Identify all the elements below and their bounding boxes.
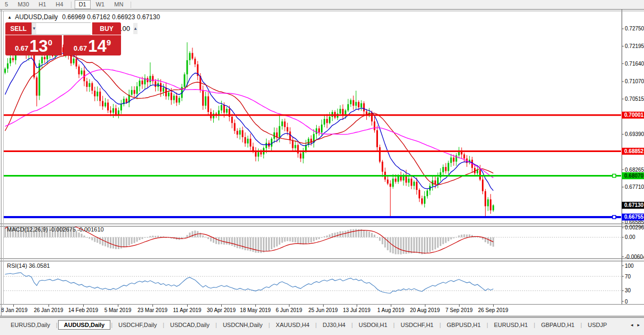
date-label: 25 Jun 2019 (308, 307, 337, 313)
tab-separator: | (268, 322, 270, 328)
timeframe-button-H1[interactable]: H1 (35, 0, 51, 9)
sell-button[interactable]: SELL (5, 22, 31, 35)
hline-handle[interactable] (613, 174, 616, 178)
symbol-name: AUDUSD,Daily (15, 13, 58, 21)
date-label: 14 Feb 2019 (68, 307, 99, 313)
tab-USDCHF-Daily[interactable]: USDCHF,Daily (113, 320, 162, 330)
sell-price[interactable]: 0.67130 (5, 35, 62, 55)
price-tick-label: 0.70515 (625, 96, 644, 102)
buy-price[interactable]: 0.67149 (63, 35, 121, 55)
tab-separator: | (215, 322, 217, 328)
buy-price-pip: 9 (107, 38, 111, 47)
tab-USDJP[interactable]: USDJP (583, 320, 613, 330)
tab-separator: | (163, 322, 164, 328)
tabs-scroll-left-icon[interactable]: ◂ (631, 322, 633, 328)
buy-price-big: 14 (88, 38, 106, 54)
rsi-tick-label: 30 (625, 288, 631, 293)
macd-tick-label: 0.002968 (625, 225, 644, 230)
trading-terminal: 5M30H1H4D1W1MN 0.727500.721950.716400.71… (0, 0, 644, 335)
tab-GBPAUD-H1[interactable]: GBPAUD,H1 (536, 320, 580, 330)
sell-price-prefix: 0.67 (15, 44, 28, 52)
date-label: 7 Sep 2019 (445, 307, 473, 313)
price-tick-label: 0.71070 (625, 78, 644, 84)
date-label: 20 Aug 2019 (410, 307, 440, 313)
hline-badge-0.68070-text: 0.68070 (624, 173, 644, 179)
timeframe-button-5[interactable]: 5 (1, 0, 12, 9)
tab-separator: | (56, 322, 58, 328)
tab-separator: | (581, 322, 582, 328)
buy-button[interactable]: BUY (92, 22, 121, 35)
tab-DJ30-H4[interactable]: DJ30,H4 (317, 320, 351, 330)
volume-increase-icon[interactable]: ▲ (133, 23, 138, 34)
tab-separator: | (534, 322, 535, 328)
volume-stepper: ▼ ▲ (31, 22, 91, 35)
timeframe-button-MN[interactable]: MN (110, 0, 127, 9)
tab-separator: | (315, 322, 317, 328)
tab-separator: | (351, 322, 353, 328)
hline-handle[interactable] (613, 216, 616, 219)
tab-USDCAD-Daily[interactable]: USDCAD,Daily (165, 320, 215, 330)
volume-decrease-icon[interactable]: ▼ (32, 23, 36, 34)
rsi-tick-label: 70 (625, 274, 631, 280)
chart-tab-bar: EURUSD,Daily|AUDUSD,Daily|USDCHF,Daily|U… (0, 317, 644, 332)
toolbar-separator (131, 2, 131, 8)
rsi-tick-label: 100 (625, 263, 634, 269)
timeframe-button-H4[interactable]: H4 (52, 0, 68, 9)
tab-separator: | (487, 322, 488, 328)
price-tick-label: 0.72750 (625, 26, 644, 31)
tab-EURUSD-Daily[interactable]: EURUSD,Daily (5, 320, 55, 330)
buy-price-prefix: 0.67 (74, 44, 87, 52)
rsi-legend: RSI(14) 36.0581 (7, 262, 50, 269)
date-label: 18 May 2019 (240, 307, 271, 313)
date-label: 23 Mar 2019 (138, 307, 168, 313)
current-price-badge-text: 0.67130 (624, 202, 644, 208)
collapse-arrow-icon[interactable]: ▲ (7, 15, 12, 20)
date-label: 13 Jul 2019 (343, 307, 371, 313)
tab-AUDUSD-Daily[interactable]: AUDUSD,Daily (58, 320, 110, 330)
hline-badge-0.68852-text: 0.68852 (624, 148, 644, 154)
tabs-scroll-right-icon[interactable]: ▸ (637, 322, 640, 328)
price-tick-label: 0.72195 (625, 43, 644, 49)
date-label: 8 Jan 2019 (1, 307, 28, 313)
hline-badge-0.70001-text: 0.70001 (624, 112, 644, 118)
date-label: 1 Aug 2019 (377, 307, 405, 313)
timeframe-toolbar: 5M30H1H4D1W1MN (0, 0, 644, 10)
date-label: 26 Sep 2019 (478, 307, 509, 313)
price-tick-label: 0.68265 (625, 167, 644, 173)
date-label: 11 Apr 2019 (173, 307, 202, 313)
price-tick-label: 0.67710 (625, 184, 644, 190)
macd-legend: MACD(12,26,9) -0.002675 -0.001610 (7, 226, 104, 233)
date-label: 5 Mar 2019 (104, 307, 132, 313)
timeframe-button-D1[interactable]: D1 (75, 0, 91, 9)
tab-USDOil-H1[interactable]: USDOil,H1 (353, 320, 393, 330)
tab-separator: | (439, 322, 441, 328)
timeframe-button-W1[interactable]: W1 (92, 0, 109, 9)
tab-GBPUSD-H1[interactable]: GBPUSD,H1 (441, 320, 486, 330)
tab-USDCHF-H1[interactable]: USDCHF,H1 (395, 320, 439, 330)
sell-price-pip: 0 (48, 38, 52, 47)
price-tick-label: 0.69390 (625, 131, 644, 137)
rsi-tick-label: 0 (625, 299, 628, 305)
timeframe-button-M30[interactable]: M30 (13, 0, 33, 9)
tab-EURUSD-H1[interactable]: EURUSD,H1 (489, 320, 534, 330)
chart-tabs: EURUSD,Daily|AUDUSD,Daily|USDCHF,Daily|U… (0, 318, 626, 332)
tab-XAUUSD-H4[interactable]: XAUUSD,H4 (270, 320, 315, 330)
date-label: 26 Jan 2019 (34, 307, 63, 313)
tab-separator: | (111, 322, 112, 328)
hline-badge-0.66755-text: 0.66755 (624, 214, 644, 220)
tab-USDCNH-Daily[interactable]: USDCNH,Daily (218, 320, 268, 330)
price-tick-label: 0.71640 (625, 61, 644, 67)
date-label: 6 Jun 2019 (276, 307, 302, 313)
macd-tick-label: -0.006047 (625, 254, 644, 260)
one-click-trading-panel: SELL ▼ ▲ BUY 0.67130 0.67149 (5, 22, 121, 55)
macd-tick-label: 0.00 (625, 234, 635, 240)
date-label: 30 Apr 2019 (207, 307, 236, 313)
toolbar-separator (71, 2, 71, 8)
chart-title: ▲AUDUSD,Daily0.66969 0.67162 0.66923 0.6… (7, 13, 160, 21)
ohlc-values: 0.66969 0.67162 0.66923 0.67130 (62, 13, 160, 21)
tab-separator: | (393, 322, 395, 328)
sell-price-big: 13 (29, 38, 47, 54)
